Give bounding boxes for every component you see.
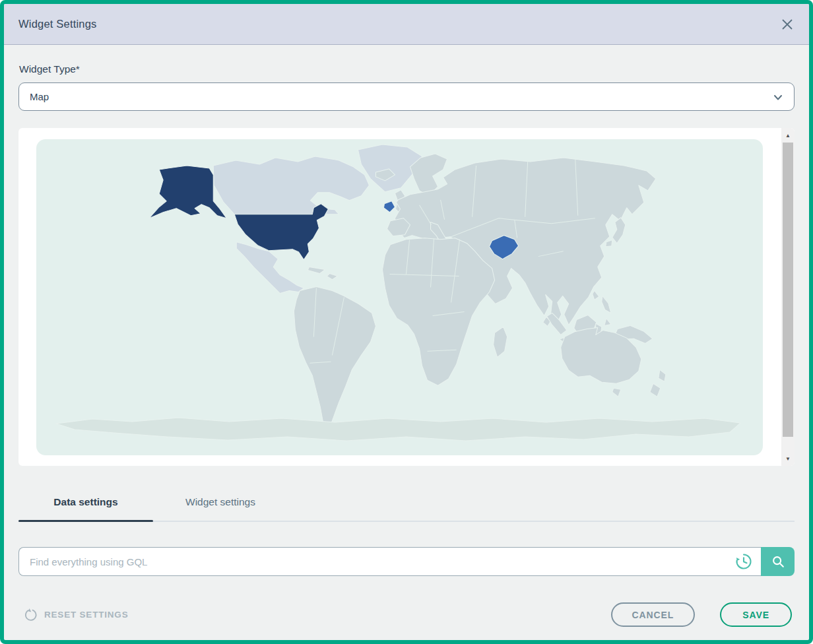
save-button[interactable]: SAVE	[720, 602, 792, 627]
history-icon	[734, 552, 754, 571]
settings-tabs: Data settings Widget settings	[18, 486, 795, 522]
modal-title: Widget Settings	[18, 18, 97, 30]
country-new-zealand-south	[650, 383, 661, 397]
gql-search-bar	[18, 547, 795, 576]
scroll-up-arrow[interactable]: ▲	[781, 129, 795, 142]
island-japan-south	[606, 240, 612, 247]
continent-africa	[382, 238, 494, 386]
query-history-button[interactable]	[734, 552, 754, 571]
cancel-button[interactable]: CANCEL	[611, 602, 696, 627]
tab-data-settings[interactable]: Data settings	[18, 486, 153, 521]
reset-icon	[24, 608, 38, 622]
country-ireland	[383, 201, 395, 212]
island-philippines	[602, 296, 611, 313]
modal-body: Widget Type* Map	[4, 45, 809, 640]
continent-antarctica	[56, 418, 740, 441]
widget-type-value: Map	[30, 91, 49, 102]
footer-actions: CANCEL SAVE	[611, 602, 795, 627]
gql-search-input[interactable]	[18, 547, 761, 576]
island-philippines-south	[604, 318, 611, 325]
widget-type-select[interactable]: Map	[18, 82, 795, 111]
country-new-zealand-north	[659, 370, 666, 381]
world-map[interactable]	[36, 139, 763, 455]
scrollbar-thumb[interactable]	[783, 143, 793, 437]
map-preview-card: ▲ ▼	[18, 128, 795, 466]
chevron-down-icon	[771, 90, 785, 104]
modal-footer: RESET SETTINGS CANCEL SAVE	[18, 602, 795, 631]
close-button[interactable]	[777, 15, 797, 34]
country-japan	[612, 218, 626, 243]
tab-widget-settings[interactable]: Widget settings	[153, 486, 288, 521]
island-taiwan	[593, 291, 599, 300]
island-cuba	[308, 267, 325, 274]
reset-settings-button[interactable]: RESET SETTINGS	[18, 608, 128, 622]
close-icon	[780, 17, 795, 32]
island-hispaniola	[327, 274, 337, 280]
continent-south-america	[294, 287, 375, 430]
island-madagascar	[494, 327, 507, 357]
vertical-scrollbar[interactable]: ▲ ▼	[781, 128, 795, 466]
widget-settings-modal: Widget Settings Widget Type* Map	[0, 0, 813, 644]
search-button[interactable]	[761, 547, 795, 576]
island-tasmania	[612, 388, 621, 397]
search-icon	[771, 554, 785, 569]
country-canada	[213, 156, 369, 214]
widget-type-label: Widget Type*	[19, 63, 795, 75]
modal-header: Widget Settings	[4, 4, 809, 45]
reset-settings-label: RESET SETTINGS	[44, 610, 128, 620]
scroll-down-arrow[interactable]: ▼	[781, 452, 795, 465]
